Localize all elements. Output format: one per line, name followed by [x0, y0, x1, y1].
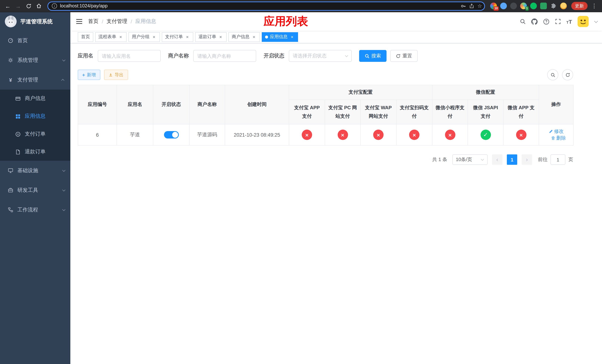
search-icon[interactable]: [520, 19, 526, 24]
close-icon[interactable]: ×: [251, 34, 257, 39]
browser-reload-button[interactable]: [24, 1, 33, 11]
sidebar-item-system[interactable]: 系统管理: [0, 50, 70, 70]
goto-page-input[interactable]: [550, 154, 565, 165]
chevron-down-icon: [62, 208, 65, 211]
user-menu-caret-icon[interactable]: [594, 19, 598, 23]
browser-home-button[interactable]: [34, 1, 44, 11]
sidebar-item-workflow[interactable]: 工作流程: [0, 200, 70, 220]
sidebar-item-payment[interactable]: ¥ 支付管理: [0, 70, 70, 90]
wechat-app-status-icon: ×: [516, 130, 526, 140]
payment-submenu: 商户信息 应用信息 支付订单: [0, 90, 70, 161]
github-icon[interactable]: [531, 18, 538, 25]
dashboard-icon: [7, 38, 14, 43]
status-toggle[interactable]: [164, 131, 179, 139]
page-1-button[interactable]: 1: [507, 154, 517, 165]
alipay-qr-status-icon: ×: [409, 130, 419, 140]
cell-merchant: 芋道源码: [189, 124, 225, 145]
extension-icon-3[interactable]: [510, 3, 517, 9]
page-size-select[interactable]: 10条/页: [452, 154, 488, 165]
extension-icon-4[interactable]: 1: [520, 3, 527, 9]
breadcrumb-payment[interactable]: 支付管理: [107, 18, 127, 25]
cell-app-id: 6: [78, 124, 117, 145]
alipay-pc-status-icon: ×: [337, 130, 348, 140]
chevron-down-icon: [62, 169, 65, 172]
breadcrumb-separator: /: [102, 19, 103, 24]
tab-user-group[interactable]: 用户分组 ×: [129, 32, 160, 42]
toggle-search-button[interactable]: [547, 69, 558, 80]
search-icon: [550, 72, 555, 77]
goto-unit-label: 页: [568, 156, 573, 163]
sidebar-item-pay-orders[interactable]: 支付订单: [0, 125, 70, 143]
close-icon[interactable]: ×: [185, 34, 190, 39]
bookmark-star-icon[interactable]: ☆: [477, 3, 482, 9]
fullscreen-icon[interactable]: [555, 19, 561, 24]
share-icon[interactable]: [469, 3, 474, 9]
refresh-table-button[interactable]: [562, 69, 573, 80]
user-avatar[interactable]: [578, 16, 589, 27]
search-button[interactable]: 搜索: [359, 50, 387, 62]
col-header-alipay-wap: 支付宝 WAP 网站支付: [360, 100, 396, 124]
app-name-input[interactable]: [98, 50, 161, 62]
font-size-icon[interactable]: TT: [566, 18, 572, 25]
app-title: 芋道管理系统: [20, 18, 53, 25]
browser-back-button[interactable]: ←: [3, 1, 13, 11]
status-label: 开启状态: [264, 53, 284, 59]
prev-page-button[interactable]: ‹: [492, 154, 502, 165]
site-info-icon[interactable]: i: [52, 3, 57, 9]
sidebar-toggle-button[interactable]: [70, 12, 88, 31]
extension-icon-6[interactable]: [540, 3, 547, 9]
col-header-ops: 操作: [539, 85, 573, 124]
merchant-name-input[interactable]: [193, 50, 256, 62]
status-select[interactable]: 请选择开启状态: [289, 50, 352, 62]
breadcrumb-home[interactable]: 首页: [88, 18, 98, 25]
close-icon[interactable]: ×: [151, 34, 157, 39]
delete-link[interactable]: 删除: [551, 135, 566, 141]
extension-badge-red: 10: [494, 6, 499, 11]
reset-button[interactable]: 重置: [390, 50, 418, 62]
trash-icon: [551, 136, 555, 140]
tab-merchant-info[interactable]: 商户信息 ×: [228, 32, 260, 42]
tab-app-info-active[interactable]: 应用信息 ×: [262, 32, 298, 42]
close-icon[interactable]: ×: [218, 34, 223, 39]
extension-icon-2[interactable]: [500, 3, 507, 9]
sidebar-item-refund-orders[interactable]: 退款订单: [0, 143, 70, 161]
navbar-actions: TT: [520, 16, 602, 27]
browser-update-button[interactable]: 更新: [571, 2, 588, 10]
close-icon[interactable]: ×: [118, 34, 123, 39]
address-bar[interactable]: i localhost:1024/pay/app ☆: [47, 1, 485, 11]
app-logo-link[interactable]: 芋道管理系统: [0, 12, 70, 31]
tab-home[interactable]: 首页: [78, 32, 93, 42]
sidebar-item-merchant-info[interactable]: 商户信息: [0, 90, 70, 107]
sidebar-item-app-info[interactable]: 应用信息: [0, 107, 70, 125]
flow-icon: [7, 207, 14, 213]
password-key-icon[interactable]: [461, 3, 466, 9]
gear-icon: [7, 57, 14, 63]
refresh-icon: [396, 54, 401, 58]
tags-view: 首页 流程表单 × 用户分组 × 支付订单 × 退款订单 × 商户信息 × 应用…: [70, 31, 602, 43]
export-button[interactable]: 导出: [104, 70, 128, 80]
help-icon[interactable]: [543, 18, 549, 25]
close-icon[interactable]: ×: [290, 34, 295, 39]
browser-forward-button[interactable]: →: [13, 1, 23, 11]
goto-page: 前往 页: [538, 154, 573, 165]
cell-created: 2021-10-23 08:49:25: [225, 124, 289, 145]
tab-refund-orders[interactable]: 退款订单 ×: [195, 32, 226, 42]
chevron-down-icon: [62, 58, 65, 61]
sidebar-item-dev-tools[interactable]: 研发工具: [0, 180, 70, 200]
sidebar-item-infra[interactable]: 基础设施: [0, 161, 70, 180]
main-content: 应用名 商户名称 开启状态 请选择开启状态 搜索 重置 + 新增: [70, 43, 602, 364]
table-row: 6 芋道 芋道源码 2021-10-23 08:49:25 × × × × ×: [78, 124, 573, 145]
tab-pay-orders[interactable]: 支付订单 ×: [162, 32, 193, 42]
extension-icon-1[interactable]: 10: [490, 3, 497, 9]
order-circle-icon: [15, 131, 21, 137]
next-page-button[interactable]: ›: [522, 154, 532, 165]
tab-process-form[interactable]: 流程表单 ×: [95, 32, 127, 42]
add-button[interactable]: + 新增: [78, 70, 100, 80]
filter-form: 应用名 商户名称 开启状态 请选择开启状态 搜索 重置: [78, 50, 595, 62]
edit-link[interactable]: 修改: [548, 128, 564, 135]
browser-menu-button[interactable]: ⋮: [591, 3, 598, 9]
browser-profile-avatar[interactable]: [560, 3, 567, 9]
extensions-puzzle-icon[interactable]: [550, 3, 557, 9]
extension-icon-5[interactable]: [530, 3, 537, 9]
sidebar-item-home[interactable]: 首页: [0, 31, 70, 50]
